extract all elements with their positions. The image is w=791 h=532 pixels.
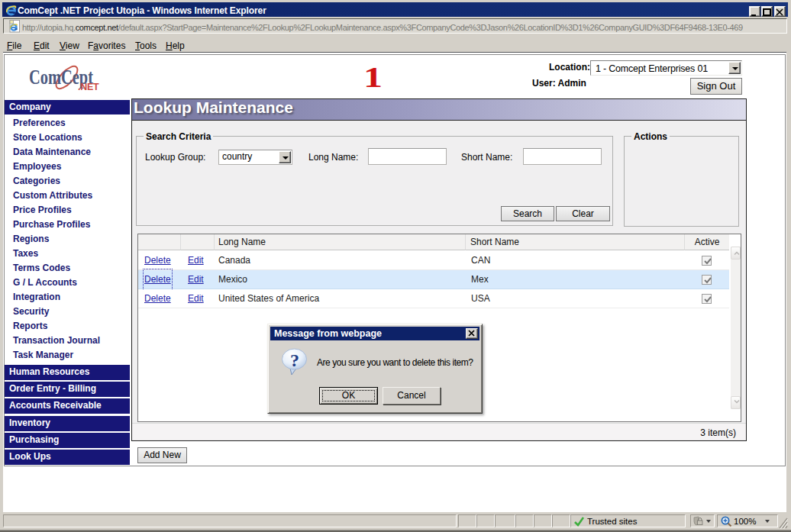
svg-text:?: ? xyxy=(290,350,299,370)
svg-text:.NET: .NET xyxy=(78,82,99,92)
